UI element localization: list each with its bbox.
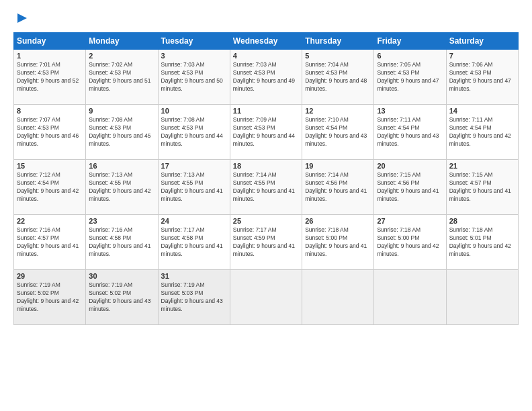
day-number: 23 xyxy=(89,217,154,225)
calendar-week-1: 1Sunrise: 7:01 AMSunset: 4:53 PMDaylight… xyxy=(14,50,519,105)
day-info: Sunrise: 7:15 AMSunset: 4:56 PMDaylight:… xyxy=(377,171,443,203)
day-number: 8 xyxy=(17,107,83,115)
day-number: 30 xyxy=(89,272,154,280)
day-number: 6 xyxy=(377,52,443,60)
day-info: Sunrise: 7:08 AMSunset: 4:53 PMDaylight:… xyxy=(161,116,227,148)
day-info: Sunrise: 7:07 AMSunset: 4:53 PMDaylight:… xyxy=(17,116,83,148)
day-info: Sunrise: 7:16 AMSunset: 4:58 PMDaylight:… xyxy=(89,226,154,259)
day-info: Sunrise: 7:14 AMSunset: 4:56 PMDaylight:… xyxy=(305,171,371,203)
calendar-cell: 21Sunrise: 7:15 AMSunset: 4:57 PMDayligh… xyxy=(446,160,518,215)
calendar-week-3: 15Sunrise: 7:12 AMSunset: 4:54 PMDayligh… xyxy=(14,160,519,215)
day-info: Sunrise: 7:18 AMSunset: 5:00 PMDaylight:… xyxy=(305,226,371,259)
day-number: 5 xyxy=(305,52,371,60)
day-info: Sunrise: 7:15 AMSunset: 4:57 PMDaylight:… xyxy=(449,171,515,203)
calendar: SundayMondayTuesdayWednesdayThursdayFrid… xyxy=(13,32,519,325)
day-info: Sunrise: 7:19 AMSunset: 5:02 PMDaylight:… xyxy=(89,281,154,314)
day-number: 29 xyxy=(17,272,83,280)
day-number: 31 xyxy=(161,272,227,280)
day-info: Sunrise: 7:17 AMSunset: 4:58 PMDaylight:… xyxy=(161,226,227,259)
calendar-cell: 22Sunrise: 7:16 AMSunset: 4:57 PMDayligh… xyxy=(14,215,86,270)
calendar-header-row: SundayMondayTuesdayWednesdayThursdayFrid… xyxy=(14,33,519,50)
calendar-cell: 30Sunrise: 7:19 AMSunset: 5:02 PMDayligh… xyxy=(86,270,158,325)
day-info: Sunrise: 7:18 AMSunset: 5:00 PMDaylight:… xyxy=(377,226,443,259)
calendar-body: 1Sunrise: 7:01 AMSunset: 4:53 PMDaylight… xyxy=(14,50,519,325)
calendar-cell: 20Sunrise: 7:15 AMSunset: 4:56 PMDayligh… xyxy=(374,160,446,215)
day-info: Sunrise: 7:02 AMSunset: 4:53 PMDaylight:… xyxy=(89,61,154,93)
calendar-cell: 2Sunrise: 7:02 AMSunset: 4:53 PMDaylight… xyxy=(86,50,158,105)
weekday-header-wednesday: Wednesday xyxy=(230,33,302,50)
calendar-cell: 27Sunrise: 7:18 AMSunset: 5:00 PMDayligh… xyxy=(374,215,446,270)
calendar-cell: 3Sunrise: 7:03 AMSunset: 4:53 PMDaylight… xyxy=(158,50,230,105)
calendar-cell xyxy=(302,270,374,325)
page: SundayMondayTuesdayWednesdayThursdayFrid… xyxy=(0,0,532,411)
day-info: Sunrise: 7:11 AMSunset: 4:54 PMDaylight:… xyxy=(449,116,515,148)
day-info: Sunrise: 7:08 AMSunset: 4:53 PMDaylight:… xyxy=(89,116,154,148)
day-info: Sunrise: 7:06 AMSunset: 4:53 PMDaylight:… xyxy=(449,61,515,93)
day-info: Sunrise: 7:16 AMSunset: 4:57 PMDaylight:… xyxy=(17,226,83,259)
day-number: 19 xyxy=(305,162,371,170)
day-number: 18 xyxy=(233,162,299,170)
calendar-cell: 10Sunrise: 7:08 AMSunset: 4:53 PMDayligh… xyxy=(158,105,230,160)
day-number: 28 xyxy=(449,217,515,225)
day-number: 22 xyxy=(17,217,83,225)
calendar-cell: 29Sunrise: 7:19 AMSunset: 5:02 PMDayligh… xyxy=(14,270,86,325)
header xyxy=(13,11,519,26)
day-number: 16 xyxy=(89,162,154,170)
day-info: Sunrise: 7:03 AMSunset: 4:53 PMDaylight:… xyxy=(233,61,299,93)
day-info: Sunrise: 7:10 AMSunset: 4:54 PMDaylight:… xyxy=(305,116,371,148)
calendar-cell: 25Sunrise: 7:17 AMSunset: 4:59 PMDayligh… xyxy=(230,215,302,270)
calendar-cell: 7Sunrise: 7:06 AMSunset: 4:53 PMDaylight… xyxy=(446,50,518,105)
weekday-header-monday: Monday xyxy=(86,33,158,50)
calendar-cell xyxy=(230,270,302,325)
day-number: 25 xyxy=(233,217,299,225)
day-number: 1 xyxy=(17,52,83,60)
calendar-cell: 31Sunrise: 7:19 AMSunset: 5:03 PMDayligh… xyxy=(158,270,230,325)
day-info: Sunrise: 7:03 AMSunset: 4:53 PMDaylight:… xyxy=(161,61,227,93)
day-number: 15 xyxy=(17,162,83,170)
day-number: 2 xyxy=(89,52,154,60)
day-number: 9 xyxy=(89,107,154,115)
weekday-header-saturday: Saturday xyxy=(446,33,518,50)
calendar-cell: 1Sunrise: 7:01 AMSunset: 4:53 PMDaylight… xyxy=(14,50,86,105)
calendar-cell: 16Sunrise: 7:13 AMSunset: 4:55 PMDayligh… xyxy=(86,160,158,215)
calendar-cell: 15Sunrise: 7:12 AMSunset: 4:54 PMDayligh… xyxy=(14,160,86,215)
calendar-cell: 12Sunrise: 7:10 AMSunset: 4:54 PMDayligh… xyxy=(302,105,374,160)
day-info: Sunrise: 7:13 AMSunset: 4:55 PMDaylight:… xyxy=(89,171,154,203)
calendar-cell xyxy=(374,270,446,325)
weekday-header-friday: Friday xyxy=(374,33,446,50)
day-number: 20 xyxy=(377,162,443,170)
day-info: Sunrise: 7:09 AMSunset: 4:53 PMDaylight:… xyxy=(233,116,299,148)
day-info: Sunrise: 7:19 AMSunset: 5:02 PMDaylight:… xyxy=(17,281,83,314)
day-info: Sunrise: 7:11 AMSunset: 4:54 PMDaylight:… xyxy=(377,116,443,148)
calendar-week-4: 22Sunrise: 7:16 AMSunset: 4:57 PMDayligh… xyxy=(14,215,519,270)
weekday-header-thursday: Thursday xyxy=(302,33,374,50)
calendar-cell xyxy=(446,270,518,325)
day-info: Sunrise: 7:18 AMSunset: 5:01 PMDaylight:… xyxy=(449,226,515,259)
day-number: 7 xyxy=(449,52,515,60)
calendar-cell: 9Sunrise: 7:08 AMSunset: 4:53 PMDaylight… xyxy=(86,105,158,160)
calendar-cell: 8Sunrise: 7:07 AMSunset: 4:53 PMDaylight… xyxy=(14,105,86,160)
calendar-cell: 17Sunrise: 7:13 AMSunset: 4:55 PMDayligh… xyxy=(158,160,230,215)
day-info: Sunrise: 7:12 AMSunset: 4:54 PMDaylight:… xyxy=(17,171,83,203)
day-number: 12 xyxy=(305,107,371,115)
calendar-cell: 28Sunrise: 7:18 AMSunset: 5:01 PMDayligh… xyxy=(446,215,518,270)
calendar-cell: 6Sunrise: 7:05 AMSunset: 4:53 PMDaylight… xyxy=(374,50,446,105)
weekday-header-tuesday: Tuesday xyxy=(158,33,230,50)
day-number: 21 xyxy=(449,162,515,170)
calendar-week-2: 8Sunrise: 7:07 AMSunset: 4:53 PMDaylight… xyxy=(14,105,519,160)
day-info: Sunrise: 7:04 AMSunset: 4:53 PMDaylight:… xyxy=(305,61,371,93)
day-info: Sunrise: 7:13 AMSunset: 4:55 PMDaylight:… xyxy=(161,171,227,203)
day-number: 13 xyxy=(377,107,443,115)
day-number: 3 xyxy=(161,52,227,60)
day-info: Sunrise: 7:17 AMSunset: 4:59 PMDaylight:… xyxy=(233,226,299,259)
day-number: 14 xyxy=(449,107,515,115)
calendar-cell: 5Sunrise: 7:04 AMSunset: 4:53 PMDaylight… xyxy=(302,50,374,105)
svg-marker-0 xyxy=(17,13,27,23)
calendar-cell: 4Sunrise: 7:03 AMSunset: 4:53 PMDaylight… xyxy=(230,50,302,105)
day-number: 17 xyxy=(161,162,227,170)
day-number: 10 xyxy=(161,107,227,115)
day-number: 27 xyxy=(377,217,443,225)
day-number: 11 xyxy=(233,107,299,115)
day-info: Sunrise: 7:19 AMSunset: 5:03 PMDaylight:… xyxy=(161,281,227,314)
day-number: 4 xyxy=(233,52,299,60)
